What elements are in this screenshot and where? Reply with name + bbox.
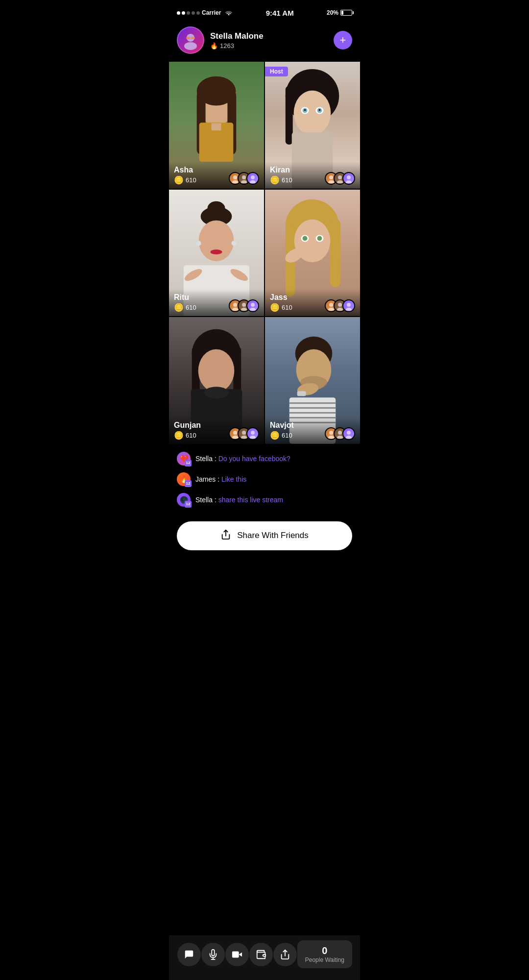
signal-dot-4 — [192, 11, 195, 15]
chat-content-2: Like this — [221, 475, 246, 483]
svg-point-20 — [294, 91, 331, 136]
navjot-coins: 🪙 610 — [270, 431, 294, 440]
asha-coins: 🪙 610 — [174, 175, 196, 185]
svg-point-94 — [338, 431, 342, 435]
profile-name: Stella Malone — [210, 31, 328, 41]
share-icon — [220, 529, 231, 542]
chat-text-1: Stella : Do you have facebook? — [195, 455, 290, 463]
coin-icon-n: 🪙 — [270, 431, 280, 440]
status-time: 9:41 AM — [266, 9, 294, 17]
signal-dots — [177, 11, 200, 15]
chat-badge-stella-1: ❤️ 12 — [177, 452, 191, 466]
ritu-avatars — [229, 299, 259, 312]
share-with-friends-button[interactable]: Share With Friends — [177, 521, 352, 550]
fire-icon: 🔥 — [210, 42, 218, 49]
video-cell-jass[interactable]: Jass 🪙 610 — [265, 190, 360, 317]
video-cell-ritu[interactable]: Ritu 🪙 610 — [169, 190, 264, 317]
chat-user-2: James — [195, 475, 216, 483]
coin-icon-k: 🪙 — [270, 175, 280, 185]
add-button[interactable]: + — [334, 31, 352, 49]
svg-rect-27 — [286, 86, 293, 145]
jass-cell-bottom: Jass 🪙 610 — [265, 289, 360, 316]
chat-level-3: 12 — [185, 501, 192, 508]
svg-point-64 — [337, 308, 343, 311]
host-badge: Host — [265, 67, 288, 76]
asha-avatars — [229, 172, 259, 185]
mini-avatar-3 — [246, 172, 259, 185]
svg-point-59 — [317, 236, 322, 241]
svg-rect-88 — [289, 407, 336, 409]
chat-text-3: Stella : share this live stream — [195, 496, 283, 504]
chat-user-1: Stella — [195, 455, 213, 463]
svg-point-15 — [241, 180, 247, 183]
mini-avatar-r3 — [246, 299, 259, 312]
svg-point-76 — [242, 431, 246, 435]
chat-separator-1: : — [215, 455, 218, 463]
svg-point-38 — [199, 220, 234, 261]
chat-separator-2: : — [217, 475, 221, 483]
svg-point-25 — [304, 109, 306, 111]
svg-point-75 — [232, 436, 238, 439]
video-cell-kiran[interactable]: Host Kiran 🪙 610 — [265, 62, 360, 189]
svg-point-29 — [329, 175, 333, 179]
svg-point-96 — [347, 431, 351, 435]
score-value: 1263 — [220, 42, 234, 49]
coin-icon-g: 🪙 — [174, 431, 184, 440]
chat-badge-james: 🔥 12 — [177, 472, 191, 486]
svg-point-62 — [328, 308, 334, 311]
video-cell-asha[interactable]: Asha 🪙 610 — [169, 62, 264, 189]
svg-point-79 — [250, 436, 256, 439]
svg-point-17 — [250, 180, 256, 183]
video-grid: Asha 🪙 610 — [169, 62, 360, 444]
svg-rect-11 — [212, 123, 221, 130]
svg-point-1 — [184, 42, 197, 50]
svg-point-46 — [232, 308, 238, 311]
kiran-info: Kiran 🪙 610 — [270, 166, 292, 185]
svg-point-37 — [208, 201, 225, 215]
svg-point-41 — [231, 241, 236, 245]
svg-point-78 — [251, 431, 255, 435]
kiran-coins: 🪙 610 — [270, 175, 292, 185]
coin-icon: 🪙 — [174, 175, 184, 185]
ritu-coins: 🪙 610 — [174, 303, 196, 312]
asha-coin-value: 610 — [186, 176, 196, 184]
gunjan-name: Gunjan — [174, 421, 201, 430]
svg-point-71 — [198, 349, 235, 392]
chat-level-1: 12 — [185, 460, 192, 466]
svg-point-74 — [233, 431, 237, 435]
kiran-coin-value: 610 — [282, 176, 292, 184]
navjot-coin-value: 610 — [282, 432, 292, 439]
svg-point-49 — [251, 303, 255, 307]
svg-rect-54 — [330, 219, 340, 287]
chat-text-2: James : Like this — [195, 475, 246, 483]
coin-icon-r: 🪙 — [174, 303, 184, 312]
signal-dot-1 — [177, 11, 180, 15]
svg-point-48 — [241, 308, 247, 311]
video-cell-gunjan[interactable]: Gunjan 🪙 610 — [169, 317, 264, 444]
jass-coin-value: 610 — [282, 304, 292, 311]
svg-rect-89 — [289, 412, 336, 414]
navjot-name: Navjot — [270, 421, 294, 430]
mini-avatar-n3 — [342, 427, 355, 440]
gunjan-avatars — [229, 427, 259, 440]
mini-avatar-j3 — [342, 299, 355, 312]
asha-info: Asha 🪙 610 — [174, 166, 196, 185]
chat-message-3: 🌑 12 Stella : share this live stream — [177, 493, 352, 507]
ritu-info: Ritu 🪙 610 — [174, 293, 196, 312]
jass-name: Jass — [270, 293, 292, 302]
share-button-label: Share With Friends — [237, 531, 309, 540]
video-cell-navjot[interactable]: Navjot 🪙 610 — [265, 317, 360, 444]
chat-message-2: 🔥 12 James : Like this — [177, 472, 352, 486]
svg-point-13 — [232, 180, 238, 183]
navjot-cell-bottom: Navjot 🪙 610 — [265, 417, 360, 444]
svg-point-39 — [211, 249, 222, 254]
svg-point-31 — [338, 175, 342, 179]
gunjan-coin-value: 610 — [186, 432, 196, 439]
status-left: Carrier — [177, 9, 233, 17]
avatar-image — [178, 27, 203, 53]
chat-level-2: 12 — [185, 480, 192, 487]
ritu-name: Ritu — [174, 293, 196, 302]
svg-rect-4 — [190, 38, 191, 39]
svg-point-92 — [329, 431, 333, 435]
navjot-avatars — [325, 427, 355, 440]
